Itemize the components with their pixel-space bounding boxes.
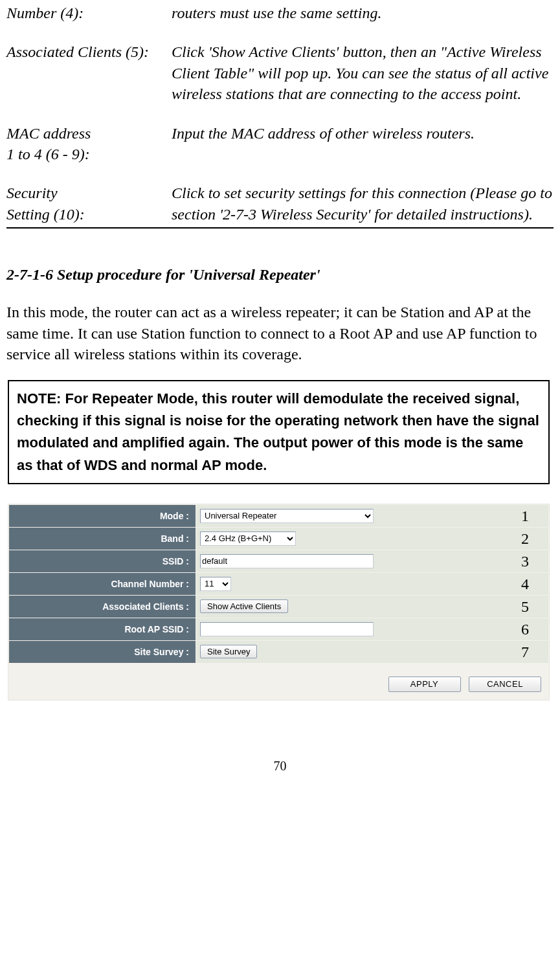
callout-number: 3 bbox=[521, 552, 529, 570]
def-description: Input the MAC address of other wireless … bbox=[172, 123, 554, 165]
settings-select[interactable]: 2.4 GHz (B+G+N) bbox=[200, 531, 296, 546]
settings-row: Band :2.4 GHz (B+G+N)2 bbox=[9, 528, 548, 550]
definitions-block: Number (4): routers must use the same se… bbox=[6, 3, 554, 225]
def-term: Number (4): bbox=[6, 3, 172, 23]
settings-value-cell: 2.4 GHz (B+G+N)2 bbox=[196, 528, 548, 550]
settings-row: SSID :3 bbox=[9, 550, 548, 572]
def-term: Associated Clients (5): bbox=[6, 41, 172, 104]
settings-row: Root AP SSID :6 bbox=[9, 618, 548, 640]
callout-number: 4 bbox=[521, 575, 529, 592]
settings-row: Channel Number :114 bbox=[9, 573, 548, 595]
settings-value-cell: 114 bbox=[196, 573, 548, 595]
settings-label: Site Survey : bbox=[9, 641, 196, 663]
intro-paragraph: In this mode, the router can act as a wi… bbox=[6, 302, 554, 364]
settings-panel: Mode :Universal Repeater1Band :2.4 GHz (… bbox=[8, 504, 550, 700]
settings-value-cell: 3 bbox=[196, 550, 548, 572]
settings-select[interactable]: 11 bbox=[200, 577, 231, 591]
callout-number: 7 bbox=[521, 643, 529, 660]
page-number: 70 bbox=[6, 759, 554, 774]
settings-action-button[interactable]: Show Active Clients bbox=[200, 599, 288, 613]
callout-number: 1 bbox=[521, 507, 529, 524]
settings-label: SSID : bbox=[9, 550, 196, 572]
settings-input[interactable] bbox=[200, 554, 374, 568]
def-description: Click 'Show Active Clients' button, then… bbox=[172, 41, 554, 104]
def-term: Security Setting (10): bbox=[6, 183, 172, 225]
settings-label: Band : bbox=[9, 528, 196, 550]
apply-button[interactable]: APPLY bbox=[388, 677, 461, 692]
settings-label: Mode : bbox=[9, 505, 196, 527]
def-description: Click to set security settings for this … bbox=[172, 183, 554, 225]
settings-row: Site Survey :Site Survey7 bbox=[9, 641, 548, 663]
def-term: MAC address 1 to 4 (6 - 9): bbox=[6, 123, 172, 165]
callout-number: 6 bbox=[521, 620, 529, 638]
divider bbox=[6, 227, 554, 229]
settings-label: Root AP SSID : bbox=[9, 618, 196, 640]
settings-value-cell: Site Survey7 bbox=[196, 641, 548, 663]
settings-table: Mode :Universal Repeater1Band :2.4 GHz (… bbox=[8, 504, 549, 664]
settings-row: Associated Clients :Show Active Clients5 bbox=[9, 596, 548, 618]
note-box: NOTE: For Repeater Mode, this router wil… bbox=[8, 380, 550, 484]
settings-action-button[interactable]: Site Survey bbox=[200, 645, 257, 658]
settings-select[interactable]: Universal Repeater bbox=[200, 509, 374, 523]
callout-number: 5 bbox=[521, 598, 529, 615]
settings-input[interactable] bbox=[200, 622, 374, 636]
settings-value-cell: 6 bbox=[196, 618, 548, 640]
callout-number: 2 bbox=[521, 530, 529, 547]
def-description: routers must use the same setting. bbox=[172, 3, 554, 23]
settings-label: Channel Number : bbox=[9, 573, 196, 595]
section-heading: 2-7-1-6 Setup procedure for 'Universal R… bbox=[6, 266, 554, 284]
settings-label: Associated Clients : bbox=[9, 596, 196, 618]
settings-value-cell: Universal Repeater1 bbox=[196, 505, 548, 527]
settings-row: Mode :Universal Repeater1 bbox=[9, 505, 548, 527]
settings-value-cell: Show Active Clients5 bbox=[196, 596, 548, 618]
cancel-button[interactable]: CANCEL bbox=[469, 677, 541, 692]
